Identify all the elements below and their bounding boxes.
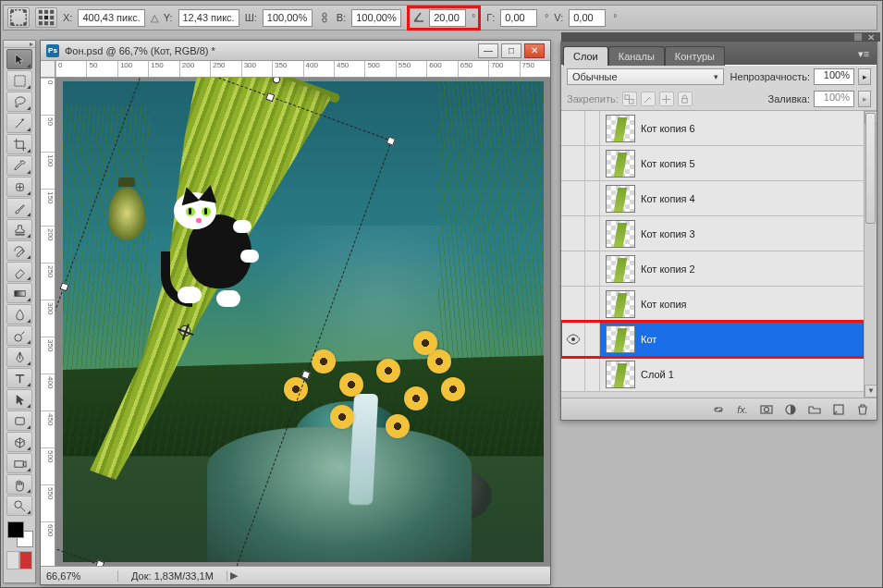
dodge-tool[interactable] (6, 325, 32, 346)
layer-visibility-toggle[interactable] (561, 251, 585, 286)
angle-value-field[interactable]: 20,00 (429, 9, 466, 27)
hand-tool[interactable] (6, 474, 32, 495)
blend-mode-select[interactable]: Обычные ▾ (567, 68, 724, 85)
layer-thumbnail[interactable] (606, 185, 635, 213)
shape-tool[interactable] (6, 410, 32, 431)
lock-all-icon[interactable] (678, 92, 693, 106)
type-tool[interactable] (6, 368, 32, 388)
marquee-tool[interactable] (6, 70, 32, 91)
scroll-down-icon[interactable]: ▼ (865, 385, 877, 398)
fill-field[interactable]: 100% (814, 91, 854, 107)
panel-scrollbar[interactable]: ▲ ▼ (864, 111, 877, 398)
pen-tool[interactable] (6, 347, 32, 367)
layer-visibility-toggle[interactable] (561, 357, 585, 391)
skew-v-field[interactable]: 0,00 (569, 9, 606, 27)
layer-visibility-toggle[interactable] (561, 287, 585, 321)
new-layer-icon[interactable] (830, 402, 847, 417)
layer-link-cell[interactable] (585, 216, 600, 251)
fill-arrow-icon[interactable]: ▸ (858, 91, 871, 107)
panel-menu-icon[interactable]: ▾≡ (854, 48, 877, 60)
quickmask-toggle[interactable] (6, 551, 32, 570)
transform-pivot[interactable] (178, 324, 192, 337)
layer-thumbnail[interactable] (606, 220, 635, 248)
layer-thumbnail[interactable] (606, 290, 635, 318)
panel-collapse-icon[interactable] (854, 33, 862, 41)
lock-pixels-icon[interactable] (641, 92, 656, 106)
layer-visibility-toggle[interactable] (561, 216, 585, 251)
docinfo-menu-arrow-icon[interactable]: ▶ (227, 570, 240, 582)
layer-thumbnail[interactable] (606, 361, 635, 388)
layer-name[interactable]: Кот копия 5 (641, 158, 695, 169)
crop-tool[interactable] (6, 134, 32, 154)
layer-row[interactable]: Кот копия (561, 287, 864, 322)
layer-row[interactable]: Кот копия 5 (561, 146, 864, 181)
wand-tool[interactable] (6, 113, 32, 133)
fg-bg-swatch[interactable] (6, 520, 33, 547)
layer-link-cell[interactable] (585, 146, 600, 180)
zoom-display[interactable]: 66,67% (41, 570, 118, 582)
tab-channels[interactable]: Каналы (608, 46, 665, 66)
layer-thumbnail[interactable] (606, 115, 635, 142)
layer-name[interactable]: Слой 1 (641, 369, 674, 380)
layer-thumbnail[interactable] (606, 150, 635, 178)
layer-row[interactable]: Слой 1 (561, 357, 864, 392)
brush-tool[interactable] (6, 198, 32, 218)
layer-link-cell[interactable] (585, 111, 600, 145)
x-value-field[interactable]: 400,43 пикс. (78, 9, 144, 27)
eyedropper-tool[interactable] (6, 155, 32, 176)
layer-row[interactable]: Кот копия 4 (561, 181, 864, 216)
scroll-thumb[interactable] (865, 113, 876, 224)
layer-link-cell[interactable] (585, 251, 600, 286)
layer-name[interactable]: Кот копия 6 (641, 123, 695, 134)
transform-handle-ml[interactable] (59, 282, 68, 291)
layer-name[interactable]: Кот копия 3 (641, 228, 695, 239)
layer-name[interactable]: Кот (641, 334, 656, 345)
docinfo[interactable]: Док: 1,83M/33,1M (118, 570, 227, 582)
lasso-tool[interactable] (6, 92, 32, 112)
layer-row[interactable]: Кот копия 2 (561, 251, 864, 287)
reference-point-icon[interactable] (35, 7, 57, 28)
y-value-field[interactable]: 12,43 пикс. (178, 9, 239, 27)
window-close-icon[interactable]: ✕ (524, 43, 545, 58)
tab-paths[interactable]: Контуры (665, 46, 725, 66)
delta-icon[interactable]: △ (151, 12, 158, 24)
skew-h-field[interactable]: 0,00 (500, 9, 537, 27)
layer-visibility-toggle[interactable] (561, 322, 585, 356)
canvas-area[interactable] (55, 78, 550, 566)
layer-link-cell[interactable] (585, 181, 600, 215)
layer-row[interactable]: Кот копия 3 (561, 216, 864, 251)
opacity-field[interactable]: 100% (814, 68, 854, 85)
opacity-arrow-icon[interactable]: ▸ (858, 68, 871, 85)
lock-position-icon[interactable] (659, 92, 674, 106)
zoom-tool[interactable] (6, 496, 32, 516)
eraser-tool[interactable] (6, 262, 32, 282)
window-maximize-icon[interactable]: □ (501, 43, 521, 58)
layer-name[interactable]: Кот копия (641, 299, 687, 310)
w-value-field[interactable]: 100,00% (263, 9, 313, 27)
layer-link-cell[interactable] (585, 322, 600, 356)
layer-visibility-toggle[interactable] (561, 146, 585, 180)
layer-name[interactable]: Кот копия 4 (641, 193, 695, 204)
toolbox-grip[interactable]: ▸ (4, 41, 35, 48)
camera-tool[interactable] (6, 453, 32, 473)
healing-tool[interactable] (6, 177, 32, 197)
move-tool[interactable] (6, 49, 32, 69)
layer-mask-icon[interactable] (758, 402, 775, 417)
layer-group-icon[interactable] (806, 402, 823, 417)
canvas[interactable] (63, 81, 544, 562)
layer-visibility-toggle[interactable] (561, 111, 585, 145)
layer-name[interactable]: Кот копия 2 (641, 263, 695, 275)
layer-row[interactable]: Кот копия 6 (561, 111, 864, 146)
link-layers-icon[interactable] (710, 402, 727, 417)
layer-link-cell[interactable] (585, 357, 600, 391)
tab-layers[interactable]: Слои (563, 46, 608, 66)
link-wh-icon[interactable] (318, 9, 331, 26)
ruler-vertical[interactable]: 050100150200250300350400450500550600 (41, 78, 55, 566)
layer-row-selected[interactable]: Кот (561, 322, 864, 357)
transform-handle-tr[interactable] (386, 136, 396, 145)
layer-fx-icon[interactable]: fx. (734, 402, 751, 417)
document-title-bar[interactable]: Ps Фон.psd @ 66,7% (Кот, RGB/8) * — □ ✕ (41, 41, 550, 61)
ruler-corner[interactable] (41, 61, 55, 78)
delete-layer-icon[interactable] (854, 402, 871, 417)
gradient-tool[interactable] (6, 283, 32, 303)
